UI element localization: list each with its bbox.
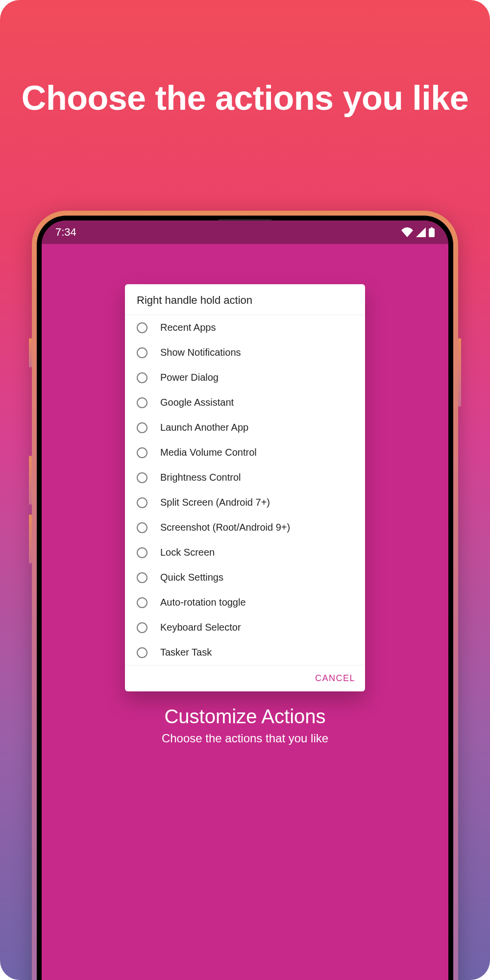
radio-icon xyxy=(137,422,147,433)
page-headline: Choose the actions you like xyxy=(22,78,468,118)
option-label: Screenshot (Root/Android 9+) xyxy=(160,522,290,533)
radio-icon xyxy=(137,597,147,608)
radio-icon xyxy=(137,547,147,558)
option-row[interactable]: Power Dialog xyxy=(125,365,365,390)
option-row[interactable]: Split Screen (Android 7+) xyxy=(125,490,365,515)
radio-icon xyxy=(137,497,147,508)
cell-signal-icon xyxy=(416,227,426,237)
option-row[interactable]: Keyboard Selector xyxy=(125,615,365,640)
option-row[interactable]: Show Notifications xyxy=(125,340,365,365)
option-label: Quick Settings xyxy=(160,572,223,583)
status-time: 7:34 xyxy=(55,226,76,239)
option-label: Auto-rotation toggle xyxy=(160,597,246,608)
option-label: Show Notifications xyxy=(160,347,241,358)
option-row[interactable]: Tasker Task xyxy=(125,640,365,665)
phone-side-button xyxy=(29,338,32,368)
radio-icon xyxy=(137,322,147,333)
status-bar: 7:34 xyxy=(42,220,448,244)
option-label: Media Volume Control xyxy=(160,447,257,458)
option-row[interactable]: Quick Settings xyxy=(125,565,365,590)
phone-side-button xyxy=(29,456,32,505)
option-row[interactable]: Google Assistant xyxy=(125,390,365,415)
option-label: Keyboard Selector xyxy=(160,622,241,633)
option-label: Brightness Control xyxy=(160,472,241,483)
dialog-title: Right handle hold action xyxy=(125,284,365,315)
option-label: Tasker Task xyxy=(160,647,212,658)
phone-mockup: 7:34 Right handle hold action Recent App… xyxy=(32,211,458,980)
options-list: Recent AppsShow NotificationsPower Dialo… xyxy=(125,315,365,665)
svg-rect-0 xyxy=(429,228,435,237)
radio-icon xyxy=(137,347,147,358)
option-label: Launch Another App xyxy=(160,422,248,433)
radio-icon xyxy=(137,647,147,658)
radio-icon xyxy=(137,397,147,408)
phone-side-button xyxy=(29,514,32,564)
caption-title: Customize Actions xyxy=(42,706,448,728)
option-label: Lock Screen xyxy=(160,547,215,558)
option-row[interactable]: Auto-rotation toggle xyxy=(125,590,365,615)
phone-screen: 7:34 Right handle hold action Recent App… xyxy=(42,220,448,980)
option-row[interactable]: Lock Screen xyxy=(125,540,365,565)
svg-rect-1 xyxy=(431,227,433,229)
cancel-button[interactable]: CANCEL xyxy=(315,673,355,684)
option-row[interactable]: Screenshot (Root/Android 9+) xyxy=(125,515,365,540)
radio-icon xyxy=(137,622,147,633)
radio-icon xyxy=(137,472,147,483)
radio-icon xyxy=(137,447,147,458)
radio-icon xyxy=(137,372,147,383)
option-label: Recent Apps xyxy=(160,322,216,333)
option-label: Power Dialog xyxy=(160,372,219,383)
radio-icon xyxy=(137,572,147,583)
status-icons xyxy=(401,227,435,237)
action-dialog: Right handle hold action Recent AppsShow… xyxy=(125,284,365,691)
caption-block: Customize Actions Choose the actions tha… xyxy=(42,706,448,745)
radio-icon xyxy=(137,522,147,533)
option-row[interactable]: Brightness Control xyxy=(125,465,365,490)
phone-side-button xyxy=(458,338,461,407)
battery-icon xyxy=(429,227,435,237)
option-row[interactable]: Launch Another App xyxy=(125,415,365,440)
option-row[interactable]: Media Volume Control xyxy=(125,440,365,465)
promo-page: Choose the actions you like 7:34 xyxy=(0,0,490,980)
option-label: Split Screen (Android 7+) xyxy=(160,497,270,508)
option-row[interactable]: Recent Apps xyxy=(125,315,365,340)
option-label: Google Assistant xyxy=(160,397,234,408)
caption-subtitle: Choose the actions that you like xyxy=(42,732,448,745)
wifi-icon xyxy=(401,227,413,237)
